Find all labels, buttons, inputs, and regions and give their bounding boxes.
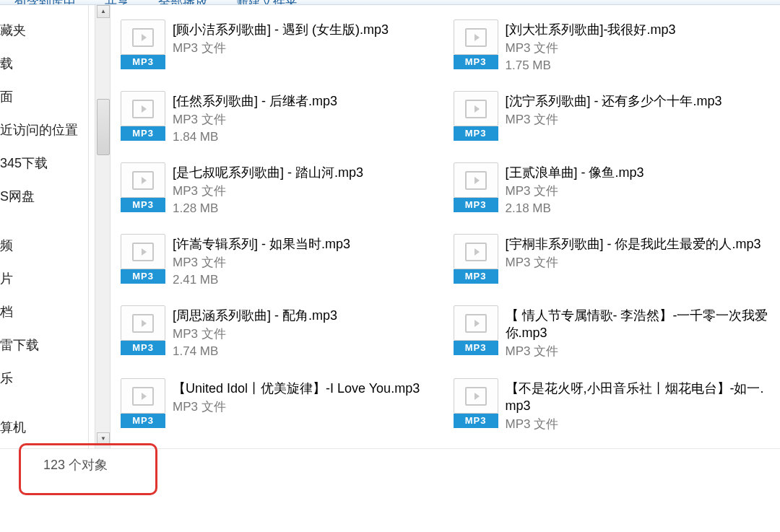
sidebar-item[interactable]: 乐: [0, 362, 88, 395]
mp3-file-icon: MP3: [454, 91, 498, 141]
file-format-tag: MP3: [121, 414, 165, 428]
sidebar-spacer: [0, 395, 88, 411]
file-name: [宇桐非系列歌曲] - 你是我此生最爱的人.mp3: [506, 235, 774, 253]
file-item[interactable]: MP3[任然系列歌曲] - 后继者.mp3MP3 文件1.84 MB: [121, 91, 441, 145]
file-size: 1.84 MB: [173, 129, 441, 145]
file-type: MP3 文件: [173, 183, 441, 199]
file-type: MP3 文件: [173, 326, 441, 342]
mp3-file-icon: MP3: [454, 162, 498, 212]
file-format-tag: MP3: [121, 269, 165, 284]
scroll-up-icon[interactable]: ▲: [97, 5, 110, 18]
file-item[interactable]: MP3[是七叔呢系列歌曲] - 踏山河.mp3MP3 文件1.28 MB: [121, 162, 441, 217]
file-item[interactable]: MP3[王贰浪单曲] - 像鱼.mp3MP3 文件2.18 MB: [454, 162, 774, 217]
toolbar-share[interactable]: 共享: [90, 0, 144, 5]
sidebar-item[interactable]: 藏夹: [0, 14, 88, 47]
mp3-file-icon: MP3: [454, 234, 498, 284]
file-item[interactable]: MP3[许嵩专辑系列] - 如果当时.mp3MP3 文件2.41 MB: [121, 234, 441, 288]
file-type: MP3 文件: [506, 183, 774, 199]
file-name: [周思涵系列歌曲] - 配角.mp3: [173, 307, 441, 324]
file-format-tag: MP3: [121, 341, 165, 355]
file-item[interactable]: MP3【不是花火呀,小田音乐社丨烟花电台】-如一.mp3MP3 文件: [454, 378, 774, 434]
mp3-file-icon: MP3: [454, 378, 498, 428]
file-info: [王贰浪单曲] - 像鱼.mp3MP3 文件2.18 MB: [506, 162, 774, 217]
file-type: MP3 文件: [173, 112, 441, 128]
file-info: [任然系列歌曲] - 后继者.mp3MP3 文件1.84 MB: [173, 91, 441, 145]
file-type: MP3 文件: [173, 399, 441, 415]
file-size: 1.75 MB: [506, 58, 774, 74]
file-size: 2.18 MB: [506, 201, 774, 217]
file-format-tag: MP3: [454, 269, 498, 284]
mp3-file-icon: MP3: [121, 91, 165, 141]
file-format-tag: MP3: [121, 198, 165, 212]
file-info: [刘大壮系列歌曲]-我很好.mp3MP3 文件1.75 MB: [506, 19, 774, 74]
file-item[interactable]: MP3【United Idol丨优美旋律】-I Love You.mp3MP3 …: [121, 378, 441, 434]
toolbar: 包含到库中 共享 全部播放 新建文件夹: [0, 0, 780, 5]
file-item[interactable]: MP3[刘大壮系列歌曲]-我很好.mp3MP3 文件1.75 MB: [454, 19, 774, 74]
sidebar-item[interactable]: S网盘: [0, 180, 88, 213]
sidebar-item[interactable]: 片: [0, 262, 88, 295]
file-name: [顾小洁系列歌曲] - 遇到 (女生版).mp3: [173, 21, 441, 38]
sidebar-item[interactable]: 档: [0, 295, 88, 328]
file-item[interactable]: MP3[宇桐非系列歌曲] - 你是我此生最爱的人.mp3MP3 文件: [454, 234, 774, 288]
file-name: 【United Idol丨优美旋律】-I Love You.mp3: [173, 380, 441, 397]
file-info: [许嵩专辑系列] - 如果当时.mp3MP3 文件2.41 MB: [173, 234, 441, 288]
mp3-file-icon: MP3: [121, 305, 165, 355]
files-area: MP3[顾小洁系列歌曲] - 遇到 (女生版).mp3MP3 文件MP3[刘大壮…: [115, 5, 780, 448]
sidebar-item[interactable]: 载: [0, 47, 88, 80]
file-type: MP3 文件: [506, 255, 774, 271]
file-format-tag: MP3: [454, 126, 498, 141]
mp3-file-icon: MP3: [454, 305, 498, 355]
sidebar-item[interactable]: 面: [0, 80, 88, 113]
file-type: MP3 文件: [173, 40, 441, 56]
file-format-tag: MP3: [454, 55, 498, 69]
status-count: 123 个对象: [43, 456, 108, 474]
file-format-tag: MP3: [121, 126, 165, 141]
sidebar-item[interactable]: 近访问的位置: [0, 113, 88, 147]
file-item[interactable]: MP3[周思涵系列歌曲] - 配角.mp3MP3 文件1.74 MB: [121, 305, 441, 361]
file-info: [周思涵系列歌曲] - 配角.mp3MP3 文件1.74 MB: [173, 305, 441, 359]
mp3-file-icon: MP3: [121, 234, 165, 284]
file-info: [沈宁系列歌曲] - 还有多少个十年.mp3MP3 文件: [506, 91, 774, 129]
file-format-tag: MP3: [454, 198, 498, 212]
file-size: 1.74 MB: [173, 344, 441, 359]
file-info: 【 情人节专属情歌- 李浩然】-一千零一次我爱你.mp3MP3 文件: [506, 305, 774, 361]
file-name: [王贰浪单曲] - 像鱼.mp3: [506, 164, 774, 181]
toolbar-include[interactable]: 包含到库中: [0, 0, 90, 5]
sidebar-item[interactable]: 频: [0, 229, 88, 262]
scrollbar-thumb[interactable]: [97, 99, 110, 155]
sidebar-item[interactable]: 345下载: [0, 147, 88, 180]
file-info: [宇桐非系列歌曲] - 你是我此生最爱的人.mp3MP3 文件: [506, 234, 774, 272]
file-name: [许嵩专辑系列] - 如果当时.mp3: [173, 235, 441, 253]
file-item[interactable]: MP3[顾小洁系列歌曲] - 遇到 (女生版).mp3MP3 文件: [121, 19, 441, 74]
file-name: 【 情人节专属情歌- 李浩然】-一千零一次我爱你.mp3: [506, 307, 774, 341]
sidebar-item[interactable]: 算机: [0, 411, 88, 444]
sidebar-spacer: [0, 213, 88, 229]
file-format-tag: MP3: [121, 55, 165, 69]
toolbar-newfolder[interactable]: 新建文件夹: [222, 0, 312, 5]
file-info: [是七叔呢系列歌曲] - 踏山河.mp3MP3 文件1.28 MB: [173, 162, 441, 217]
files-grid: MP3[顾小洁系列歌曲] - 遇到 (女生版).mp3MP3 文件MP3[刘大壮…: [121, 19, 773, 448]
file-info: [顾小洁系列歌曲] - 遇到 (女生版).mp3MP3 文件: [173, 19, 441, 58]
sidebar-item[interactable]: 雷下载: [0, 328, 88, 362]
divider-area: ▲ ▼: [89, 5, 115, 448]
mp3-file-icon: MP3: [121, 19, 165, 69]
file-item[interactable]: MP3【 情人节专属情歌- 李浩然】-一千零一次我爱你.mp3MP3 文件: [454, 305, 774, 361]
file-type: MP3 文件: [506, 40, 774, 56]
file-name: [是七叔呢系列歌曲] - 踏山河.mp3: [173, 164, 441, 181]
file-size: 2.41 MB: [173, 272, 441, 288]
file-item[interactable]: MP3[沈宁系列歌曲] - 还有多少个十年.mp3MP3 文件: [454, 91, 774, 145]
file-format-tag: MP3: [454, 414, 498, 428]
explorer-window: 包含到库中 共享 全部播放 新建文件夹 藏夹 载 面 近访问的位置 345下载 …: [0, 0, 780, 532]
toolbar-playall[interactable]: 全部播放: [144, 0, 222, 5]
file-type: MP3 文件: [506, 417, 774, 432]
status-bar: 123 个对象: [0, 448, 780, 532]
sidebar-scrollbar[interactable]: ▲ ▼: [95, 5, 110, 448]
mp3-file-icon: MP3: [454, 19, 498, 69]
scroll-down-icon[interactable]: ▼: [97, 432, 110, 445]
file-info: 【United Idol丨优美旋律】-I Love You.mp3MP3 文件: [173, 378, 441, 417]
file-format-tag: MP3: [454, 341, 498, 355]
file-type: MP3 文件: [506, 344, 774, 359]
file-type: MP3 文件: [173, 255, 441, 271]
mp3-file-icon: MP3: [121, 162, 165, 212]
file-name: [刘大壮系列歌曲]-我很好.mp3: [506, 21, 774, 38]
